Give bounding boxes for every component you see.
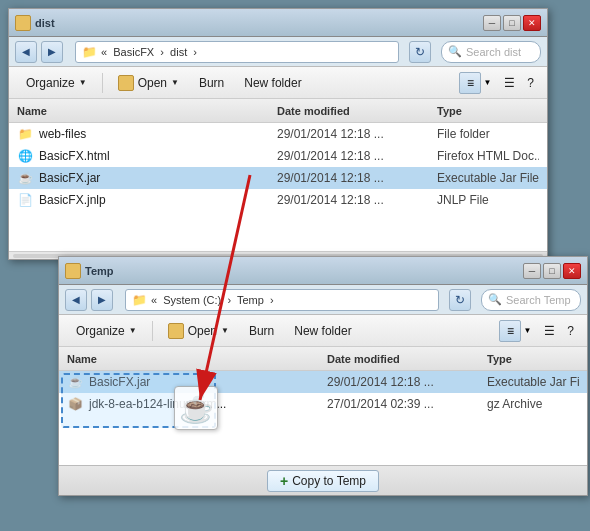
table-row[interactable]: 📦 jdk-8-ea-b124-linux-arm... 27/01/2014 … (59, 393, 587, 415)
address-path-1[interactable]: 📁 « BasicFX › dist › (75, 41, 399, 63)
jar-file-icon: ☕ (17, 170, 33, 186)
file-date: 29/01/2014 12:18 ... (277, 149, 437, 163)
file-type: Executable Jar File (487, 375, 579, 389)
path-text-1: « BasicFX › dist › (101, 46, 197, 58)
file-name-text: BasicFX.html (39, 149, 110, 163)
search-placeholder-2: Search Temp (506, 294, 571, 306)
file-name-text: BasicFX.jar (89, 375, 150, 389)
help-button-1[interactable]: ? (522, 70, 539, 96)
close-button-1[interactable]: ✕ (523, 15, 541, 31)
html-file-icon: 🌐 (17, 148, 33, 164)
file-list-container-2: ☕ BasicFX.jar 29/01/2014 12:18 ... Execu… (59, 371, 587, 465)
view-buttons-2: ≡ ▼ (499, 320, 531, 342)
new-folder-button-2[interactable]: New folder (285, 318, 360, 344)
window-2: Temp ─ □ ✕ ◀ ▶ 📁 « System (C:) › Temp › … (58, 256, 588, 496)
toolbar-1: Organize ▼ Open ▼ Burn New folder ≡ ▼ ☰ … (9, 67, 547, 99)
address-path-2[interactable]: 📁 « System (C:) › Temp › (125, 289, 439, 311)
file-date: 29/01/2014 12:18 ... (277, 193, 437, 207)
file-date: 29/01/2014 12:18 ... (277, 171, 437, 185)
divider-2 (152, 321, 153, 341)
forward-button-1[interactable]: ▶ (41, 41, 63, 63)
divider-1 (102, 73, 103, 93)
window-1: dist ─ □ ✕ ◀ ▶ 📁 « BasicFX › dist › ↻ 🔍 … (8, 8, 548, 260)
folder-icon: 📁 (17, 126, 33, 142)
file-date: 27/01/2014 02:39 ... (327, 397, 487, 411)
back-button-1[interactable]: ◀ (15, 41, 37, 63)
layout-toggle-2[interactable]: ☰ (539, 318, 560, 344)
file-date: 29/01/2014 12:18 ... (277, 127, 437, 141)
search-box-2[interactable]: 🔍 Search Temp (481, 289, 581, 311)
table-row[interactable]: 📁 web-files 29/01/2014 12:18 ... File fo… (9, 123, 547, 145)
organize-button-2[interactable]: Organize ▼ (67, 318, 146, 344)
column-header-2: Name Date modified Type (59, 347, 587, 371)
jar-file-icon-2: ☕ (67, 374, 83, 390)
view-details-button-2[interactable]: ≡ (499, 320, 521, 342)
view-details-button-1[interactable]: ≡ (459, 72, 481, 94)
col-name-label[interactable]: Name (17, 105, 277, 117)
jnlp-file-icon: 📄 (17, 192, 33, 208)
maximize-button-1[interactable]: □ (503, 15, 521, 31)
minimize-button-1[interactable]: ─ (483, 15, 501, 31)
burn-button-2[interactable]: Burn (240, 318, 283, 344)
window-title-1: dist (35, 17, 479, 29)
file-type: JNLP File (437, 193, 539, 207)
search-box-1[interactable]: 🔍 Search dist (441, 41, 541, 63)
col-type-label[interactable]: Type (437, 105, 539, 117)
address-bar-1: ◀ ▶ 📁 « BasicFX › dist › ↻ 🔍 Search dist (9, 37, 547, 67)
view-chevron-icon: ▼ (483, 78, 491, 87)
view-buttons-1: ≡ ▼ (459, 72, 491, 94)
table-row[interactable]: ☕ BasicFX.jar 29/01/2014 12:18 ... Execu… (9, 167, 547, 189)
open-icon-2 (168, 323, 184, 339)
burn-button-1[interactable]: Burn (190, 70, 233, 96)
title-controls-2: ─ □ ✕ (523, 263, 581, 279)
layout-toggle-1[interactable]: ☰ (499, 70, 520, 96)
table-row[interactable]: 📄 BasicFX.jnlp 29/01/2014 12:18 ... JNLP… (9, 189, 547, 211)
window-icon-2 (65, 263, 81, 279)
help-button-2[interactable]: ? (562, 318, 579, 344)
col-date-label-2[interactable]: Date modified (327, 353, 487, 365)
column-header-1: Name Date modified Type (9, 99, 547, 123)
open-button-1[interactable]: Open ▼ (109, 70, 188, 96)
close-button-2[interactable]: ✕ (563, 263, 581, 279)
refresh-button-1[interactable]: ↻ (409, 41, 431, 63)
path-text-2: « System (C:) › Temp › (151, 294, 274, 306)
empty-space-2 (59, 415, 587, 465)
chevron-down-icon: ▼ (79, 78, 87, 87)
col-type-label-2[interactable]: Type (487, 353, 579, 365)
file-type: Firefox HTML Doc... (437, 149, 539, 163)
plus-icon: + (280, 473, 288, 489)
col-date-label[interactable]: Date modified (277, 105, 437, 117)
gz-file-icon: 📦 (67, 396, 83, 412)
minimize-button-2[interactable]: ─ (523, 263, 541, 279)
status-bar-2: + Copy to Temp (59, 465, 587, 495)
col-name-label-2[interactable]: Name (67, 353, 327, 365)
organize-chevron-icon: ▼ (129, 326, 137, 335)
window-icon-1 (15, 15, 31, 31)
file-type: File folder (437, 127, 539, 141)
path-folder-icon-2: 📁 (132, 293, 147, 307)
forward-button-2[interactable]: ▶ (91, 289, 113, 311)
window-title-2: Temp (85, 265, 519, 277)
open-button-2[interactable]: Open ▼ (159, 318, 238, 344)
file-name-text: BasicFX.jar (39, 171, 100, 185)
title-bar-2: Temp ─ □ ✕ (59, 257, 587, 285)
toolbar-2: Organize ▼ Open ▼ Burn New folder ≡ ▼ ☰ … (59, 315, 587, 347)
path-folder-icon-1: 📁 (82, 45, 97, 59)
copy-to-temp-button[interactable]: + Copy to Temp (267, 470, 379, 492)
refresh-button-2[interactable]: ↻ (449, 289, 471, 311)
title-bar-1: dist ─ □ ✕ (9, 9, 547, 37)
table-row[interactable]: ☕ BasicFX.jar 29/01/2014 12:18 ... Execu… (59, 371, 587, 393)
open-icon-1 (118, 75, 134, 91)
file-list-2: ☕ BasicFX.jar 29/01/2014 12:18 ... Execu… (59, 371, 587, 465)
table-row[interactable]: 🌐 BasicFX.html 29/01/2014 12:18 ... Fire… (9, 145, 547, 167)
file-list-1: 📁 web-files 29/01/2014 12:18 ... File fo… (9, 123, 547, 251)
title-controls-1: ─ □ ✕ (483, 15, 541, 31)
file-date: 29/01/2014 12:18 ... (327, 375, 487, 389)
back-button-2[interactable]: ◀ (65, 289, 87, 311)
maximize-button-2[interactable]: □ (543, 263, 561, 279)
new-folder-button-1[interactable]: New folder (235, 70, 310, 96)
organize-button-1[interactable]: Organize ▼ (17, 70, 96, 96)
open-chevron-icon-2: ▼ (221, 326, 229, 335)
file-type: Executable Jar File (437, 171, 539, 185)
open-chevron-icon: ▼ (171, 78, 179, 87)
